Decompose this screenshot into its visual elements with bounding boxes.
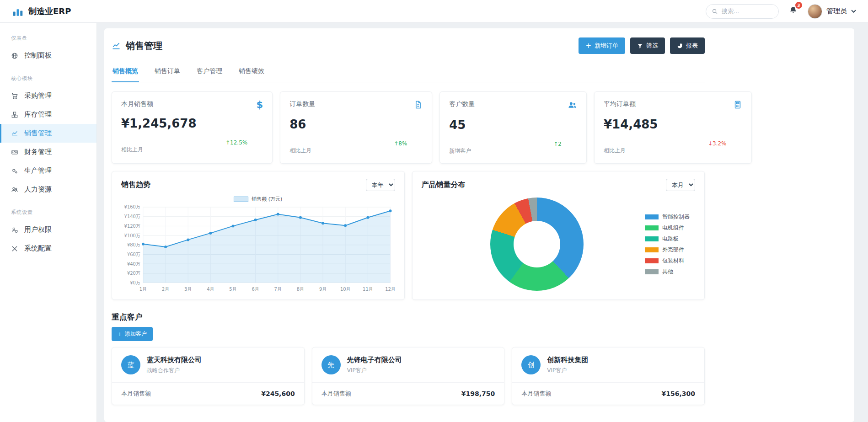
- filter-button[interactable]: 筛选: [630, 37, 665, 54]
- svg-text:7月: 7月: [274, 287, 282, 292]
- sidebar-item-sales[interactable]: 销售管理: [0, 124, 96, 143]
- donut-hole: [514, 221, 560, 267]
- stat-card-monthly-sales: 本月销售额 $ ¥1,245,678 ↑12.5%相比上月: [112, 91, 273, 164]
- sidebar-item-control-panel[interactable]: 控制面板: [0, 46, 96, 65]
- tab-sales-orders[interactable]: 销售订单: [154, 61, 181, 82]
- users-icon: [11, 186, 18, 193]
- customer-card-lantian[interactable]: 蓝 蓝天科技有限公司 战略合作客户 本月销售额 ¥245,600: [112, 347, 305, 405]
- tab-sales-overview[interactable]: 销售概览: [112, 61, 139, 82]
- customer-avatar: 创: [521, 355, 541, 374]
- trend-value: ↑12.5%: [218, 134, 261, 146]
- customers-icon: [568, 100, 577, 111]
- page-title: 销售管理: [126, 40, 162, 52]
- customer-name: 先锋电子有限公司: [347, 356, 402, 364]
- sidebar-item-inventory[interactable]: 库存管理: [0, 105, 96, 124]
- notifications-button[interactable]: 3: [788, 5, 798, 17]
- report-button[interactable]: 报表: [670, 37, 705, 54]
- sidebar-section-dashboard: 仪表盘: [0, 25, 96, 46]
- customer-sales-label: 本月销售额: [521, 390, 551, 398]
- add-customer-label: 添加客户: [125, 330, 147, 338]
- cart-icon: [11, 92, 18, 100]
- key-customers-title: 重点客户: [112, 312, 705, 322]
- sidebar-section-core: 核心模块: [0, 65, 96, 86]
- customer-name: 蓝天科技有限公司: [147, 356, 202, 364]
- plus-icon: +: [118, 331, 122, 337]
- svg-text:6月: 6月: [252, 287, 259, 292]
- gears-icon: [11, 167, 18, 175]
- donut-legend-item[interactable]: 智能控制器: [645, 213, 690, 221]
- sidebar-item-hr[interactable]: 人力资源: [0, 180, 96, 199]
- svg-text:10月: 10月: [340, 287, 351, 292]
- search-input[interactable]: [722, 8, 771, 15]
- legend-label: 其他: [662, 268, 673, 276]
- legend-label: 外壳部件: [662, 246, 684, 254]
- stat-trend: ↑8%相比上月: [289, 140, 423, 155]
- dollar-icon: $: [257, 100, 263, 110]
- svg-text:¥80万: ¥80万: [127, 242, 140, 247]
- product-distribution-title: 产品销量分布: [422, 180, 466, 190]
- svg-text:8月: 8月: [297, 287, 304, 292]
- sidebar-item-label: 库存管理: [24, 110, 52, 119]
- trend-legend[interactable]: 销售额 (万元): [121, 196, 395, 203]
- legend-swatch: [645, 247, 659, 252]
- chart-line-icon: [11, 130, 18, 137]
- new-order-button[interactable]: + 新增订单: [579, 37, 625, 54]
- stat-label: 本月销售额: [121, 100, 153, 108]
- sidebar-item-label: 用户权限: [24, 225, 52, 234]
- app-brand[interactable]: 制造业ERP: [12, 5, 71, 17]
- stat-value: 45: [449, 118, 577, 132]
- customer-avatar: 先: [321, 355, 341, 374]
- sales-trend-chart[interactable]: ¥0万¥20万¥40万¥60万¥80万¥100万¥120万¥140万¥160万1…: [121, 203, 395, 296]
- sidebar-item-permissions[interactable]: 用户权限: [0, 220, 96, 239]
- legend-label: 电机组件: [662, 224, 684, 232]
- customer-type: VIP客户: [347, 367, 402, 374]
- product-donut[interactable]: [490, 198, 584, 291]
- legend-swatch: [645, 214, 659, 219]
- trend-caption: 相比上月: [289, 147, 311, 154]
- globe-icon: [11, 52, 18, 59]
- donut-legend-item[interactable]: 电机组件: [645, 224, 690, 232]
- sidebar-item-label: 系统配置: [24, 244, 52, 253]
- sidebar-item-label: 销售管理: [24, 129, 52, 138]
- user-menu[interactable]: 管理员: [808, 4, 856, 19]
- avatar: [808, 4, 822, 19]
- customer-card-xianfeng[interactable]: 先 先锋电子有限公司 VIP客户 本月销售额 ¥198,750: [312, 347, 505, 405]
- donut-legend-item[interactable]: 外壳部件: [645, 246, 690, 254]
- stat-value: 86: [289, 118, 423, 131]
- global-search[interactable]: [706, 4, 779, 19]
- customer-card-chuangxin[interactable]: 创 创新科技集团 VIP客户 本月销售额 ¥156,300: [512, 347, 705, 405]
- legend-label: 包装材料: [662, 257, 684, 265]
- app-logo-icon: [12, 5, 24, 17]
- legend-swatch: [645, 225, 659, 230]
- customer-cards: 蓝 蓝天科技有限公司 战略合作客户 本月销售额 ¥245,600 先: [112, 347, 705, 405]
- svg-text:5月: 5月: [229, 287, 236, 292]
- stat-trend: ↓3.2%相比上月: [604, 140, 742, 155]
- distribution-period-select[interactable]: 本月: [666, 179, 695, 191]
- svg-text:¥120万: ¥120万: [124, 224, 140, 229]
- charts-row: 销售趋势 本年 销售额 (万元) ¥0万¥20万¥40万¥60万¥80万¥100…: [112, 171, 705, 300]
- stat-label: 客户数量: [449, 100, 475, 108]
- stat-card-customer-count: 客户数量 45 ↑2新增客户: [439, 91, 587, 164]
- svg-text:2月: 2月: [162, 287, 169, 292]
- add-customer-button[interactable]: + 添加客户: [112, 327, 153, 341]
- donut-area: 智能控制器电机组件电路板外壳部件包装材料其他: [422, 198, 696, 291]
- new-order-label: 新增订单: [595, 42, 618, 50]
- tab-customer-management[interactable]: 客户管理: [196, 61, 223, 82]
- sidebar-item-procurement[interactable]: 采购管理: [0, 86, 96, 105]
- sidebar-item-finance[interactable]: 财务管理: [0, 143, 96, 161]
- sidebar-item-label: 采购管理: [24, 91, 52, 100]
- donut-legend-item[interactable]: 其他: [645, 268, 690, 276]
- sidebar-item-label: 生产管理: [24, 166, 52, 175]
- header-actions: 3 管理员: [706, 4, 856, 19]
- donut-legend-item[interactable]: 电路板: [645, 235, 690, 243]
- stats-row: 本月销售额 $ ¥1,245,678 ↑12.5%相比上月 订单数量 86: [112, 91, 705, 164]
- user-shield-icon: [11, 226, 18, 234]
- trend-value: ↑2: [546, 135, 575, 147]
- sidebar-item-production[interactable]: 生产管理: [0, 161, 96, 180]
- legend-swatch: [645, 258, 659, 263]
- donut-legend-item[interactable]: 包装材料: [645, 257, 690, 265]
- sidebar-item-config[interactable]: 系统配置: [0, 239, 96, 258]
- user-name: 管理员: [826, 7, 847, 16]
- tab-sales-performance[interactable]: 销售绩效: [238, 61, 265, 82]
- trend-period-select[interactable]: 本年: [366, 179, 395, 191]
